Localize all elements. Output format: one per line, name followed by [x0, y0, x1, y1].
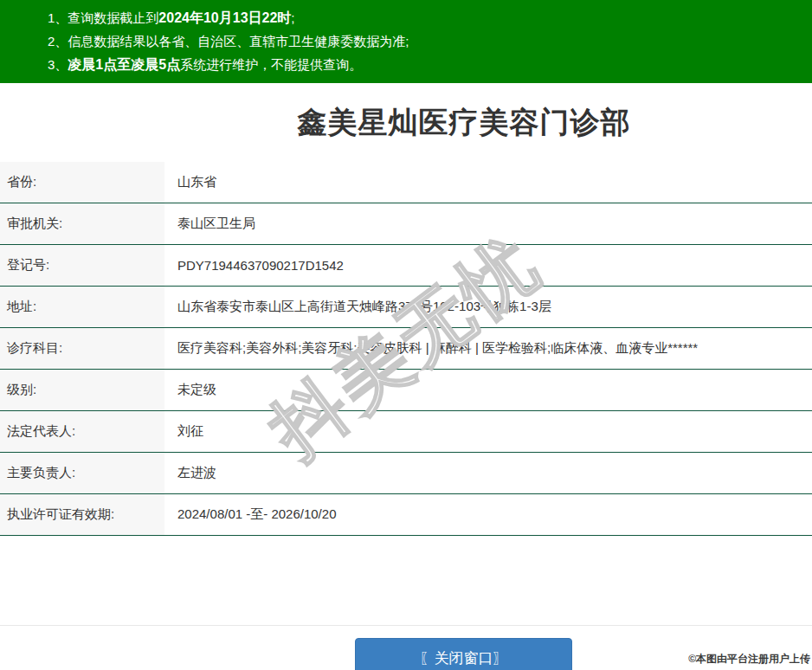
- notice-line-3-bold: 凌晨1点至凌晨5点: [68, 57, 180, 72]
- row-label: 执业许可证有效期:: [0, 494, 164, 535]
- row-label: 主要负责人:: [0, 453, 164, 493]
- row-value: 山东省泰安市泰山区上高街道天烛峰路377号102-103号独栋1-3层: [164, 287, 812, 327]
- table-row-province: 省份: 山东省: [0, 162, 812, 203]
- row-value: 左进波: [164, 453, 812, 493]
- notice-line-3-post: 系统进行维护，不能提供查询。: [180, 57, 362, 72]
- table-row-person-in-charge: 主要负责人: 左进波: [0, 453, 812, 494]
- row-label: 法定代表人:: [0, 411, 164, 452]
- row-label: 级别:: [0, 370, 164, 410]
- row-value: 泰山区卫生局: [164, 203, 812, 244]
- notice-banner: 1、查询数据截止到2024年10月13日22时; 2、信息数据结果以各省、自治区…: [0, 0, 812, 83]
- row-label: 诊疗科目:: [0, 328, 164, 369]
- notice-line-1-num: 1、: [48, 10, 68, 25]
- row-label: 地址:: [0, 287, 164, 327]
- row-value: 山东省: [164, 162, 812, 203]
- row-value: 医疗美容科;美容外科;美容牙科;美容皮肤科 | 麻醉科 | 医学检验科;临床体液…: [164, 328, 812, 369]
- notice-line-1: 1、查询数据截止到2024年10月13日22时;: [48, 6, 812, 29]
- notice-line-3-num: 3、: [48, 57, 68, 72]
- table-row-level: 级别: 未定级: [0, 370, 812, 411]
- notice-line-1-bold: 2024年10月13日22时: [158, 10, 291, 25]
- notice-line-2-num: 2、: [48, 34, 68, 48]
- footer-divider: [0, 625, 812, 626]
- table-row-approval-authority: 审批机关: 泰山区卫生局: [0, 203, 812, 245]
- row-label: 审批机关:: [0, 203, 164, 244]
- notice-line-1-pre: 查询数据截止到: [68, 10, 158, 25]
- row-label: 省份:: [0, 162, 164, 203]
- row-value: 2024/08/01 -至- 2026/10/20: [164, 494, 812, 535]
- notice-line-2-pre: 信息数据结果以各省、自治区、直辖市卫生健康委数据为准;: [68, 34, 409, 48]
- row-label: 登记号:: [0, 245, 164, 286]
- page-title: 鑫美星灿医疗美容门诊部: [298, 103, 631, 143]
- row-value: 刘征: [164, 411, 812, 452]
- image-attribution-watermark: ©本图由平台注册用户上传: [688, 652, 810, 667]
- table-row-license-validity: 执业许可证有效期: 2024/08/01 -至- 2026/10/20: [0, 494, 812, 536]
- query-result-page: 1、查询数据截止到2024年10月13日22时; 2、信息数据结果以各省、自治区…: [0, 0, 812, 670]
- table-row-registration-number: 登记号: PDY71944637090217D1542: [0, 245, 812, 287]
- notice-line-1-post: ;: [291, 10, 294, 25]
- notice-line-3: 3、凌晨1点至凌晨5点系统进行维护，不能提供查询。: [48, 53, 812, 76]
- row-value: 未定级: [164, 370, 812, 410]
- institution-info-table: 省份: 山东省 审批机关: 泰山区卫生局 登记号: PDY71944637090…: [0, 162, 812, 536]
- table-row-legal-representative: 法定代表人: 刘征: [0, 411, 812, 453]
- close-window-button[interactable]: 〖关闭窗口〗: [355, 638, 572, 670]
- table-row-address: 地址: 山东省泰安市泰山区上高街道天烛峰路377号102-103号独栋1-3层: [0, 287, 812, 328]
- table-row-treatment-subjects: 诊疗科目: 医疗美容科;美容外科;美容牙科;美容皮肤科 | 麻醉科 | 医学检验…: [0, 328, 812, 370]
- notice-line-2: 2、信息数据结果以各省、自治区、直辖市卫生健康委数据为准;: [48, 29, 812, 53]
- row-value: PDY71944637090217D1542: [164, 245, 812, 286]
- title-area: 鑫美星灿医疗美容门诊部: [0, 83, 812, 162]
